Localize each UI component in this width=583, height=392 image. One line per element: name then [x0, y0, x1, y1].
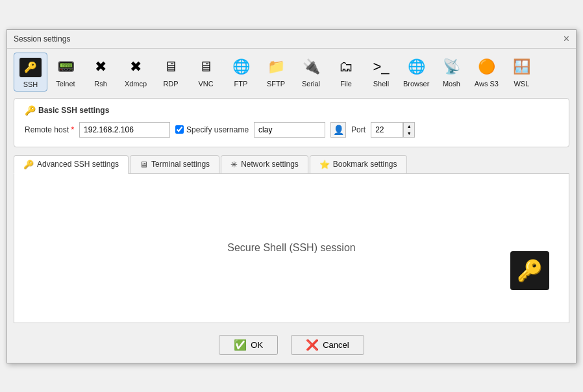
file-icon: 🗂	[334, 55, 358, 79]
rdp-icon: 🖥	[159, 55, 182, 79]
port-decrement-button[interactable]: ▼	[404, 130, 414, 137]
protocol-item-mosh[interactable]: 📡Mosh	[434, 53, 468, 92]
file-label: File	[340, 80, 352, 88]
mosh-icon: 📡	[440, 55, 463, 79]
key-icon: 🔑	[517, 258, 543, 283]
settings-row: Remote host * Specify username 👤 Port ▲ …	[25, 122, 558, 138]
tab-content: Secure Shell (SSH) session 🔑	[14, 174, 569, 323]
cancel-label: Cancel	[323, 340, 349, 350]
xdmcp-icon: ✖	[124, 55, 147, 79]
port-label: Port	[351, 125, 366, 134]
close-button[interactable]: ×	[564, 34, 569, 44]
protocol-item-rsh[interactable]: ✖Rsh	[84, 53, 118, 92]
ok-label: OK	[251, 340, 263, 350]
protocol-item-awss3[interactable]: 🟠Aws S3	[469, 53, 503, 92]
serial-icon: 🔌	[299, 55, 323, 79]
tab-advanced[interactable]: 🔑Advanced SSH settings	[14, 155, 129, 174]
ok-check-icon: ✅	[234, 339, 247, 351]
cancel-x-icon: ❌	[306, 339, 319, 351]
basic-settings-title: Basic SSH settings	[38, 106, 109, 115]
sftp-icon: 📁	[264, 55, 288, 79]
tabs-panel: 🔑Advanced SSH settings🖥Terminal settings…	[14, 155, 569, 323]
awss3-icon: 🟠	[475, 55, 498, 79]
mosh-label: Mosh	[443, 80, 460, 88]
wsl-label: WSL	[514, 80, 529, 88]
required-star: *	[71, 125, 74, 134]
protocol-item-vnc[interactable]: 🖥VNC	[189, 53, 223, 92]
bookmark-tab-icon: ⭐	[319, 160, 330, 169]
protocol-item-sftp[interactable]: 📁SFTP	[259, 53, 293, 92]
ftp-icon: 🌐	[229, 55, 253, 79]
port-increment-button[interactable]: ▲	[404, 123, 414, 130]
session-settings-dialog: Session settings × 🔑SSH📟Telnet✖Rsh✖Xdmcp…	[6, 29, 577, 363]
port-spinner: ▲ ▼	[403, 122, 415, 138]
network-tab-label: Network settings	[241, 160, 299, 169]
title-bar: Session settings ×	[7, 30, 576, 49]
browser-icon: 🌐	[404, 55, 428, 79]
protocol-item-rdp[interactable]: 🖥RDP	[154, 53, 188, 92]
terminal-tab-icon: 🖥	[140, 160, 148, 169]
protocol-item-file[interactable]: 🗂File	[329, 53, 363, 92]
browser-label: Browser	[403, 80, 429, 88]
ssh-label: SSH	[23, 80, 38, 88]
protocol-item-xdmcp[interactable]: ✖Xdmcp	[119, 53, 153, 92]
rdp-label: RDP	[163, 80, 178, 88]
ftp-label: FTP	[234, 80, 248, 88]
protocol-bar: 🔑SSH📟Telnet✖Rsh✖Xdmcp🖥RDP🖥VNC🌐FTP📁SFTP🔌S…	[7, 49, 576, 95]
port-wrap: ▲ ▼	[371, 122, 415, 138]
session-label: Secure Shell (SSH) session	[227, 242, 355, 254]
advanced-tab-icon: 🔑	[23, 160, 34, 169]
specify-username-label: Specify username	[175, 125, 249, 134]
bookmark-tab-label: Bookmark settings	[333, 160, 397, 169]
awss3-label: Aws S3	[475, 80, 499, 88]
tab-bookmark[interactable]: ⭐Bookmark settings	[310, 155, 407, 173]
tab-network[interactable]: ✳Network settings	[221, 155, 308, 173]
tabs-header: 🔑Advanced SSH settings🖥Terminal settings…	[14, 155, 569, 174]
protocol-item-wsl[interactable]: 🪟WSL	[504, 53, 538, 92]
sftp-label: SFTP	[267, 80, 285, 88]
shell-label: Shell	[373, 80, 389, 88]
protocol-item-shell[interactable]: >_Shell	[364, 53, 398, 92]
remote-host-input[interactable]	[79, 122, 170, 138]
protocol-item-serial[interactable]: 🔌Serial	[294, 53, 328, 92]
serial-label: Serial	[302, 80, 320, 88]
port-input[interactable]	[371, 122, 403, 138]
wsl-icon: 🪟	[510, 55, 533, 79]
protocol-item-ssh[interactable]: 🔑SSH	[14, 53, 47, 92]
basic-settings-tab-label: 🔑 Basic SSH settings	[25, 105, 109, 116]
vnc-icon: 🖥	[194, 55, 217, 79]
shell-icon: >_	[369, 55, 393, 79]
footer: ✅ OK ❌ Cancel	[7, 326, 576, 363]
tab-terminal[interactable]: 🖥Terminal settings	[130, 155, 219, 173]
xdmcp-label: Xdmcp	[125, 80, 147, 88]
protocol-item-browser[interactable]: 🌐Browser	[399, 53, 433, 92]
rsh-label: Rsh	[94, 80, 107, 88]
basic-settings-panel: 🔑 Basic SSH settings Remote host * Speci…	[14, 98, 569, 147]
advanced-tab-label: Advanced SSH settings	[37, 160, 119, 169]
basic-settings-header: 🔑 Basic SSH settings	[25, 105, 558, 116]
protocol-item-telnet[interactable]: 📟Telnet	[49, 53, 82, 92]
ssh-icon: 🔑	[19, 56, 42, 79]
terminal-tab-label: Terminal settings	[151, 160, 210, 169]
protocol-item-ftp[interactable]: 🌐FTP	[224, 53, 258, 92]
dialog-title: Session settings	[14, 34, 70, 43]
ok-button[interactable]: ✅ OK	[219, 335, 278, 355]
basic-settings-icon: 🔑	[25, 105, 36, 116]
username-input[interactable]	[254, 122, 325, 138]
rsh-icon: ✖	[89, 55, 112, 79]
cancel-button[interactable]: ❌ Cancel	[291, 335, 364, 355]
telnet-label: Telnet	[56, 80, 75, 88]
specify-username-checkbox[interactable]	[175, 125, 184, 134]
remote-host-label: Remote host *	[25, 125, 74, 134]
user-icon-button[interactable]: 👤	[330, 122, 346, 138]
vnc-label: VNC	[198, 80, 213, 88]
network-tab-icon: ✳	[230, 160, 238, 169]
telnet-icon: 📟	[54, 55, 77, 79]
key-icon-box: 🔑	[510, 251, 549, 290]
